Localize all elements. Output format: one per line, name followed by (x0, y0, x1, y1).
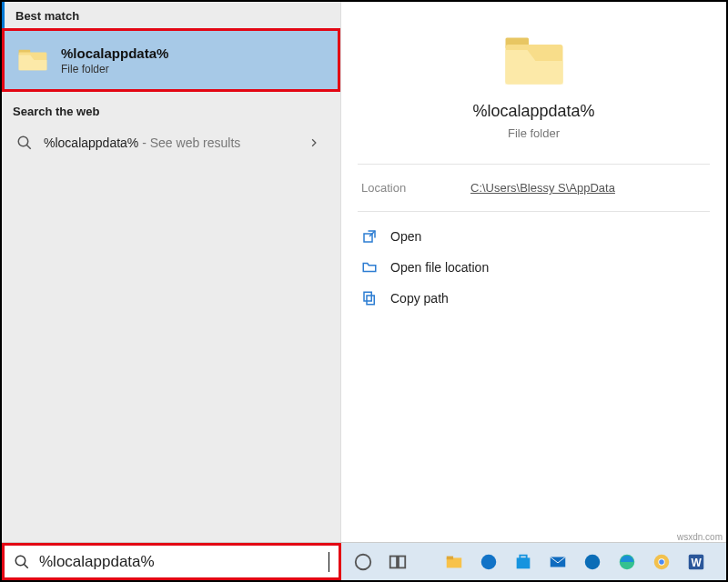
action-copy-path-label: Copy path (390, 291, 449, 306)
action-copy-path[interactable]: Copy path (358, 283, 710, 314)
highlight-best-match: %localappdata% File folder (2, 28, 340, 92)
preview-pane: %localappdata% File folder Location C:\U… (341, 2, 726, 542)
best-match-result[interactable]: %localappdata% File folder (5, 31, 338, 89)
taskbar-search[interactable] (2, 543, 341, 580)
search-web-header: Search the web (2, 92, 340, 125)
chrome-icon[interactable] (649, 549, 674, 575)
svg-rect-10 (367, 296, 374, 305)
svg-point-12 (15, 556, 25, 566)
action-open-label: Open (390, 229, 421, 244)
web-result-term: %localappdata% (44, 135, 138, 150)
action-open-location-label: Open file location (390, 260, 489, 275)
file-explorer-icon[interactable] (441, 549, 467, 575)
taskbar-tray: W (341, 543, 726, 580)
svg-rect-21 (520, 555, 526, 558)
svg-point-19 (481, 554, 497, 569)
preview-title: %localappdata% (472, 102, 594, 121)
dell-icon[interactable] (580, 549, 605, 575)
word-icon[interactable]: W (683, 549, 709, 575)
best-match-header: Best match (2, 2, 340, 28)
store-icon[interactable] (511, 549, 536, 575)
svg-rect-15 (390, 556, 397, 567)
cortana-icon[interactable] (350, 549, 376, 575)
taskbar: W (2, 542, 726, 580)
mail-icon[interactable] (545, 549, 571, 575)
folder-open-icon (361, 259, 378, 276)
location-link[interactable]: C:\Users\Blessy S\AppData (470, 181, 615, 195)
svg-point-27 (659, 559, 664, 565)
text-caret (329, 552, 329, 572)
folder-icon (501, 33, 567, 89)
search-input[interactable] (39, 553, 329, 571)
svg-line-13 (24, 564, 28, 568)
search-icon (14, 554, 30, 570)
search-icon (16, 135, 33, 151)
svg-line-4 (26, 145, 31, 149)
svg-point-14 (356, 554, 371, 569)
web-result-text: %localappdata% - See web results (44, 135, 298, 150)
actions-list: Open Open file location Copy path (341, 212, 726, 323)
svg-point-3 (18, 136, 28, 146)
edge-icon[interactable] (614, 549, 640, 575)
web-result-hint: - See web results (138, 135, 240, 150)
best-match-subtitle: File folder (61, 63, 168, 75)
web-result[interactable]: %localappdata% - See web results (2, 125, 340, 160)
location-label: Location (361, 181, 470, 195)
best-match-text: %localappdata% File folder (61, 45, 168, 75)
svg-rect-16 (399, 556, 405, 567)
copy-icon (361, 290, 378, 306)
results-pane: Best match %localappdata% File folder Se… (2, 2, 341, 542)
best-match-title: %localappdata% (61, 45, 168, 61)
task-view-icon[interactable] (385, 549, 410, 575)
chevron-right-icon (309, 138, 318, 147)
action-open[interactable]: Open (358, 221, 710, 252)
edge-legacy-icon[interactable] (476, 549, 501, 575)
folder-icon (17, 47, 48, 73)
watermark: wsxdn.com (677, 532, 723, 542)
preview-subtitle: File folder (508, 126, 560, 140)
action-open-location[interactable]: Open file location (358, 252, 710, 283)
svg-text:W: W (691, 556, 702, 568)
svg-rect-18 (447, 556, 453, 559)
open-icon (361, 228, 378, 245)
preview-header: %localappdata% File folder (341, 2, 726, 164)
svg-point-23 (585, 554, 601, 569)
svg-rect-11 (364, 292, 371, 301)
location-row: Location C:\Users\Blessy S\AppData (341, 165, 726, 211)
